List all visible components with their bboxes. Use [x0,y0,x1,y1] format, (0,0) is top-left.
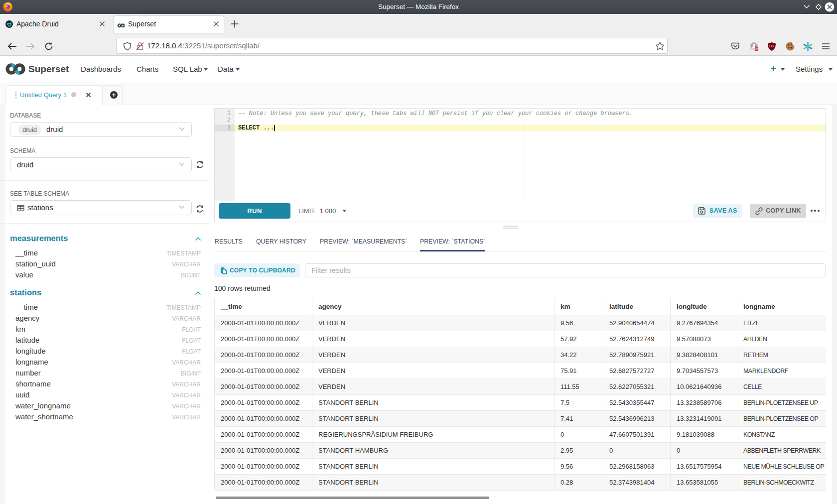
svg-text:UO: UO [769,44,774,48]
